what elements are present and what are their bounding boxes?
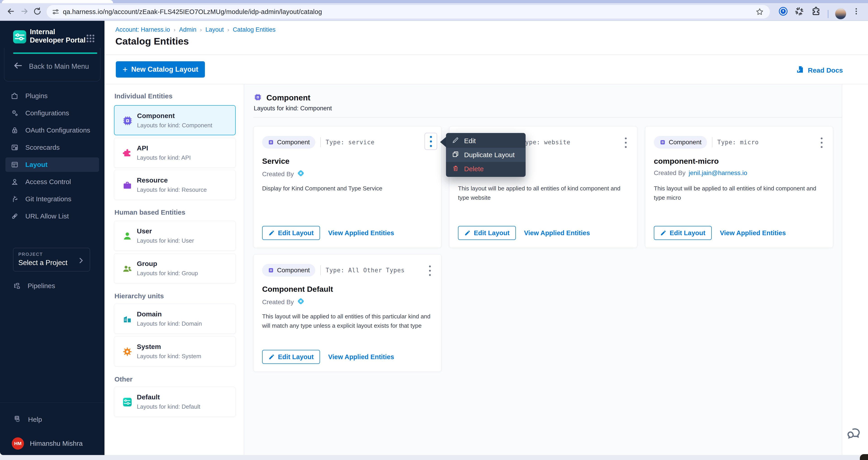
user-icon bbox=[122, 231, 133, 242]
sidebar-item-layout[interactable]: Layout bbox=[5, 157, 99, 172]
sidebar-item-oauth-configurations[interactable]: OAuth Configurations bbox=[5, 123, 99, 137]
context-menu-edit[interactable]: Edit bbox=[446, 134, 526, 148]
view-applied-entities-link[interactable]: View Applied Entities bbox=[524, 229, 590, 237]
entity-name: User bbox=[137, 227, 152, 235]
sidebar: Internal Developer Portal Back to Main M… bbox=[0, 21, 104, 455]
created-by-row: Created By bbox=[262, 170, 305, 179]
read-docs-link[interactable]: Read Docs bbox=[796, 65, 843, 75]
site-info-icon[interactable] bbox=[52, 8, 60, 17]
sidebar-item-configurations[interactable]: Configurations bbox=[5, 106, 99, 120]
resource-briefcase-icon bbox=[122, 180, 133, 191]
sidebar-item-plugins[interactable]: Plugins bbox=[5, 89, 99, 103]
card-menu-kebab-active[interactable] bbox=[425, 133, 437, 150]
chevron-right-icon bbox=[77, 257, 85, 265]
active-tab[interactable] bbox=[2, 0, 113, 3]
context-edit-label: Edit bbox=[464, 137, 476, 145]
forward-icon[interactable] bbox=[20, 7, 29, 17]
entity-item-group[interactable]: Group Layouts for kind: Group bbox=[114, 253, 236, 283]
extensions-puzzle-icon[interactable] bbox=[811, 6, 821, 17]
section-hierarchy-units: Hierarchy units bbox=[115, 292, 164, 300]
kind-badge: Component bbox=[262, 264, 315, 277]
view-applied-entities-link[interactable]: View Applied Entities bbox=[720, 229, 786, 237]
kind-divider bbox=[253, 117, 842, 118]
type-text: Type: All Other Types bbox=[326, 267, 405, 274]
card-description: This layout will be applied to all entit… bbox=[654, 184, 826, 203]
entity-item-domain[interactable]: Domain Layouts for kind: Domain bbox=[114, 304, 236, 334]
kind-header: Component bbox=[254, 93, 310, 102]
crumb-layout[interactable]: Layout bbox=[205, 26, 224, 33]
crumb-catalog-entities[interactable]: Catalog Entities bbox=[233, 26, 276, 33]
card-menu-kebab[interactable] bbox=[817, 135, 827, 150]
api-puzzle-icon bbox=[122, 148, 133, 158]
sidebar-item-label: URL Allow List bbox=[25, 212, 69, 220]
edit-layout-button[interactable]: Edit Layout bbox=[262, 350, 320, 364]
edit-layout-label: Edit Layout bbox=[278, 353, 314, 361]
created-by-user-link[interactable]: jenil.jain@harness.io bbox=[689, 170, 747, 177]
edit-layout-button[interactable]: Edit Layout bbox=[654, 226, 712, 240]
user-name: Himanshu Mishra bbox=[30, 440, 83, 447]
help-button[interactable]: ? Help bbox=[13, 413, 81, 426]
sidebar-item-access-control[interactable]: Access Control bbox=[5, 175, 99, 189]
url-text[interactable]: qa.harness.io/ng/account/zEaak-FLS425IEO… bbox=[63, 8, 322, 16]
idp-logo-icon[interactable] bbox=[13, 30, 26, 43]
sidebar-item-git-integrations[interactable]: Git Integrations bbox=[5, 192, 99, 206]
card-menu-kebab[interactable] bbox=[621, 135, 631, 150]
crumb-admin[interactable]: Admin bbox=[179, 26, 196, 33]
nav-frame-outline bbox=[4, 48, 100, 82]
onepassword-extension-icon[interactable] bbox=[778, 6, 788, 18]
browser-menu-icon[interactable] bbox=[852, 7, 861, 17]
entity-desc: Layouts for kind: Group bbox=[137, 270, 198, 277]
refresh-icon[interactable] bbox=[33, 7, 41, 17]
module-grid-icon[interactable] bbox=[85, 33, 96, 45]
context-menu: Edit Duplicate Layout Delete bbox=[446, 133, 526, 177]
type-text: Type: service bbox=[326, 139, 375, 146]
sidebar-item-url-allow-list[interactable]: URL Allow List bbox=[5, 209, 99, 223]
bookmark-star-icon[interactable] bbox=[755, 7, 764, 17]
section-human-based: Human based Entities bbox=[115, 209, 185, 216]
user-menu[interactable]: HM Himanshu Mishra bbox=[12, 437, 98, 450]
project-selector[interactable]: PROJECT Select a Project bbox=[13, 248, 90, 271]
chat-support-icon[interactable] bbox=[846, 426, 863, 443]
context-menu-duplicate[interactable]: Duplicate Layout bbox=[446, 148, 526, 162]
git-branch-icon bbox=[10, 195, 19, 203]
page-title: Catalog Entities bbox=[115, 36, 189, 47]
entity-desc: Layouts for kind: API bbox=[137, 154, 191, 161]
back-icon[interactable] bbox=[6, 7, 16, 17]
pipelines-icon bbox=[13, 282, 21, 290]
entity-item-default[interactable]: Default Layouts for kind: Default bbox=[114, 387, 236, 417]
card-description: This layout will be applied to all entit… bbox=[458, 184, 630, 203]
view-applied-entities-link[interactable]: View Applied Entities bbox=[328, 229, 394, 237]
entity-item-system[interactable]: System Layouts for kind: System bbox=[114, 336, 236, 366]
entity-name: Resource bbox=[137, 176, 168, 184]
entity-name: Component bbox=[137, 112, 175, 120]
section-individual-entities: Individual Entities bbox=[115, 92, 173, 100]
card-menu-kebab[interactable] bbox=[425, 264, 435, 278]
crumb-account[interactable]: Account: Harness.io bbox=[115, 26, 170, 33]
browser-tab-strip bbox=[0, 0, 868, 3]
entity-item-api[interactable]: API Layouts for kind: API bbox=[114, 138, 236, 168]
system-gear-icon bbox=[122, 346, 133, 357]
view-applied-entities-link[interactable]: View Applied Entities bbox=[328, 353, 394, 361]
sidebar-item-pipelines[interactable]: Pipelines bbox=[8, 279, 101, 293]
browser-profile-avatar[interactable] bbox=[835, 8, 846, 20]
docs-icon bbox=[796, 65, 805, 75]
trash-icon bbox=[452, 165, 459, 174]
group-icon bbox=[122, 263, 133, 274]
entity-item-component[interactable]: Component Layouts for kind: Component bbox=[114, 105, 236, 135]
edit-layout-button[interactable]: Edit Layout bbox=[262, 226, 320, 240]
sidebar-item-label: Pipelines bbox=[28, 282, 55, 290]
entity-name: Group bbox=[137, 260, 157, 268]
new-catalog-layout-button[interactable]: + New Catalog Layout bbox=[116, 61, 205, 78]
url-bar[interactable]: qa.harness.io/ng/account/zEaak-FLS425IEO… bbox=[46, 5, 770, 19]
context-menu-delete[interactable]: Delete bbox=[446, 162, 526, 176]
entity-item-resource[interactable]: Resource Layouts for kind: Resource bbox=[114, 170, 236, 200]
help-chat-icon: ? bbox=[13, 414, 22, 425]
entity-item-user[interactable]: User Layouts for kind: User bbox=[114, 221, 236, 251]
loading-extension-icon[interactable] bbox=[794, 6, 804, 17]
badge-separator bbox=[320, 265, 321, 275]
sidebar-item-scorecards[interactable]: Scorecards bbox=[5, 140, 99, 155]
corner-widget[interactable] bbox=[860, 454, 868, 460]
edit-layout-button[interactable]: Edit Layout bbox=[458, 226, 516, 240]
sidebar-item-label: Configurations bbox=[25, 109, 69, 117]
read-docs-label: Read Docs bbox=[808, 66, 843, 74]
